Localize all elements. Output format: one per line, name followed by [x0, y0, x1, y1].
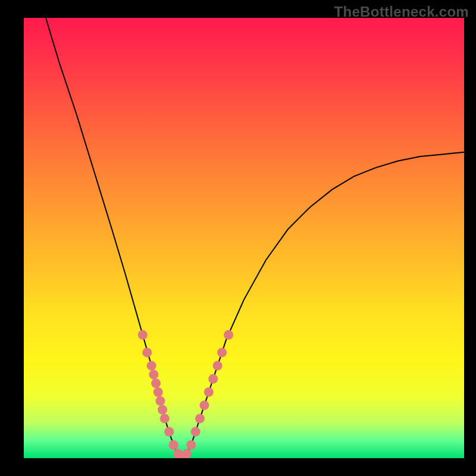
- plot-area: [24, 18, 464, 458]
- marker-point: [142, 347, 152, 357]
- highlight-markers: [138, 330, 233, 458]
- marker-point: [204, 387, 214, 397]
- marker-point: [154, 387, 163, 397]
- marker-point: [208, 374, 218, 384]
- marker-point: [199, 400, 209, 410]
- marker-point: [195, 414, 205, 423]
- chart-overlay: [24, 18, 464, 458]
- marker-point: [138, 330, 148, 340]
- marker-point: [213, 361, 223, 371]
- marker-point: [149, 369, 158, 379]
- marker-point: [158, 405, 167, 415]
- marker-point: [224, 330, 233, 340]
- marker-point: [182, 449, 192, 458]
- marker-point: [155, 396, 165, 406]
- marker-point: [217, 347, 227, 357]
- chart-frame: TheBottleneck.com: [0, 0, 476, 476]
- watermark-text: TheBottleneck.com: [334, 4, 469, 20]
- marker-point: [151, 378, 161, 388]
- marker-point: [164, 427, 174, 437]
- marker-point: [147, 361, 156, 371]
- marker-point: [160, 414, 170, 423]
- marker-point: [169, 440, 178, 450]
- marker-point: [186, 440, 196, 450]
- marker-point: [191, 427, 201, 437]
- bottleneck-curve: [46, 18, 464, 458]
